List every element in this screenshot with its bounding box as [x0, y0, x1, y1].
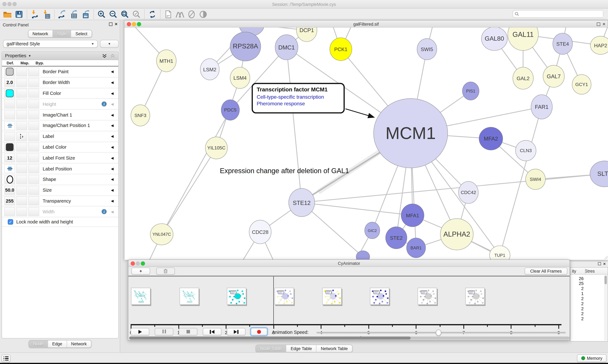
delete-frame-button[interactable] — [156, 268, 175, 274]
zoom-in-icon[interactable] — [97, 10, 107, 19]
network-node-swi4[interactable]: SWI4 — [525, 169, 545, 190]
table-cell[interactable]: 1 — [570, 291, 583, 296]
table-cell[interactable]: 26 — [570, 276, 583, 281]
network-node-dcp1[interactable]: DCP1 — [296, 27, 317, 42]
expand-row-icon[interactable]: ◀ — [111, 91, 114, 95]
expand-row-icon[interactable]: ◀ — [111, 210, 114, 214]
network-node-ste12[interactable]: STE12 — [289, 188, 315, 217]
slider-thumb[interactable] — [436, 329, 441, 336]
info-icon[interactable]: i — [102, 102, 107, 106]
bypass-cell[interactable] — [28, 175, 39, 184]
network-node-gal80[interactable]: GAL80 — [481, 27, 508, 51]
tab-node-table[interactable]: Node Table — [256, 345, 286, 352]
mapping-cell[interactable]: › — [16, 132, 27, 141]
network-node-gic2[interactable]: GIC2 — [364, 222, 380, 239]
network-node-yil105c[interactable]: YIL105C — [205, 137, 228, 159]
info-icon[interactable]: i — [102, 209, 107, 214]
cyanimator-titlebar[interactable]: CyAnimator — [128, 260, 570, 267]
expand-row-icon[interactable]: ◀ — [111, 124, 114, 128]
mapping-cell[interactable] — [16, 121, 27, 130]
expand-row-icon[interactable]: ◀ — [111, 134, 114, 138]
network-node-mth1[interactable]: MTH1 — [156, 50, 176, 72]
bypass-cell[interactable] — [28, 121, 39, 130]
default-value-cell[interactable] — [4, 121, 15, 130]
default-value-cell[interactable] — [4, 207, 15, 216]
last-frame-button[interactable] — [227, 328, 246, 335]
frame-thumbnail-1[interactable] — [180, 288, 199, 305]
frame-thumbnail-6[interactable] — [418, 288, 437, 305]
network-node-mcm1[interactable]: MCM1 — [373, 98, 448, 168]
table-cell[interactable]: 2 — [570, 311, 583, 316]
bypass-cell[interactable] — [28, 153, 39, 162]
default-value-cell[interactable] — [4, 143, 15, 152]
bypass-cell[interactable] — [28, 132, 39, 141]
expand-row-icon[interactable]: ◀ — [111, 81, 114, 84]
save-icon[interactable] — [14, 10, 24, 19]
default-value-cell[interactable] — [4, 100, 15, 108]
expand-row-icon[interactable]: ◀ — [111, 188, 114, 192]
float-frame-icon[interactable] — [597, 22, 600, 26]
expand-all-icon[interactable] — [102, 53, 107, 58]
network-node-pdc5[interactable]: PDC5 — [221, 99, 240, 120]
memory-button[interactable]: Memory — [577, 354, 607, 362]
import-network-icon[interactable] — [30, 10, 40, 19]
default-value-cell[interactable] — [4, 89, 15, 98]
mapping-cell[interactable] — [16, 67, 27, 76]
mapping-cell[interactable] — [16, 143, 27, 152]
bypass-cell[interactable] — [28, 164, 39, 173]
bypass-cell[interactable] — [28, 110, 39, 119]
open-icon[interactable] — [2, 10, 13, 19]
network-node-swi5[interactable]: SWI5 — [417, 38, 437, 60]
default-value-cell[interactable] — [4, 175, 15, 184]
hide-selected-icon[interactable] — [187, 10, 197, 19]
expand-row-icon[interactable]: ◀ — [111, 199, 114, 203]
zoom-fit-icon[interactable] — [120, 10, 130, 19]
network-node-ste2[interactable]: STE2 — [385, 227, 407, 249]
annotation-box[interactable]: Transcription factor MCM1 Cell-type-spec… — [252, 83, 345, 113]
expand-row-icon[interactable]: ◀ — [111, 113, 114, 117]
default-value-cell[interactable] — [4, 110, 15, 119]
network-node-ynl047c[interactable]: YNL047C — [150, 223, 173, 245]
default-value-cell[interactable] — [4, 164, 15, 173]
bypass-cell[interactable] — [28, 186, 39, 195]
mapping-cell[interactable] — [16, 100, 27, 108]
float-panel-icon[interactable] — [109, 22, 112, 26]
network-node-slt2[interactable]: SLT2 — [590, 161, 608, 187]
mapping-cell[interactable] — [16, 164, 27, 173]
network-node-rps28a[interactable]: RPS28A — [230, 32, 261, 61]
network-node-dmc1[interactable]: DMC1 — [275, 35, 298, 60]
tab-edge-table[interactable]: Edge Table — [286, 345, 317, 352]
tab-style[interactable]: Style — [53, 30, 71, 37]
mapping-cell[interactable] — [16, 186, 27, 195]
network-node-tup1[interactable]: TUP1 — [489, 246, 510, 260]
close-frame-icon[interactable]: × — [603, 22, 605, 26]
default-value-cell[interactable] — [4, 67, 15, 76]
expand-row-icon[interactable]: ◀ — [111, 178, 114, 181]
first-frame-button[interactable] — [203, 328, 221, 335]
mapping-cell[interactable] — [16, 153, 27, 162]
style-select[interactable]: galFiltered Style ▼ — [3, 40, 98, 48]
expand-row-icon[interactable]: ◀ — [111, 167, 114, 170]
tab-network[interactable]: Network — [67, 340, 91, 347]
show-all-icon[interactable] — [198, 10, 208, 19]
network-node-cdc28[interactable]: CDC28 — [249, 220, 271, 244]
float-panel-icon[interactable] — [598, 262, 601, 265]
zoom-out-icon[interactable] — [108, 10, 118, 19]
mapping-cell[interactable] — [16, 207, 27, 216]
frame-thumbnail-2[interactable] — [227, 288, 246, 305]
export-network-icon[interactable] — [57, 10, 68, 19]
network-titlebar[interactable]: galFiltered.sif × — [124, 21, 608, 27]
table-column-header[interactable]: ity — [572, 269, 576, 273]
frame-thumbnail-5[interactable] — [370, 288, 389, 305]
network-node-snf3[interactable]: SNF3 — [131, 104, 150, 126]
default-value-cell[interactable]: 255 — [4, 196, 15, 205]
import-table-icon[interactable] — [41, 10, 52, 19]
network-node-nodex[interactable] — [356, 250, 370, 260]
search-network-icon[interactable] — [175, 10, 185, 19]
tab-node[interactable]: Node — [29, 340, 48, 347]
network-canvas[interactable]: DCP1RPS28ADMC1PCK1SWI5GAL80GAL11STE4HAP2… — [124, 27, 608, 260]
show-panels-button[interactable] — [1, 355, 11, 362]
search-input[interactable] — [519, 11, 603, 17]
tab-network-table[interactable]: Network Table — [317, 345, 352, 352]
default-value-cell[interactable] — [4, 132, 15, 141]
